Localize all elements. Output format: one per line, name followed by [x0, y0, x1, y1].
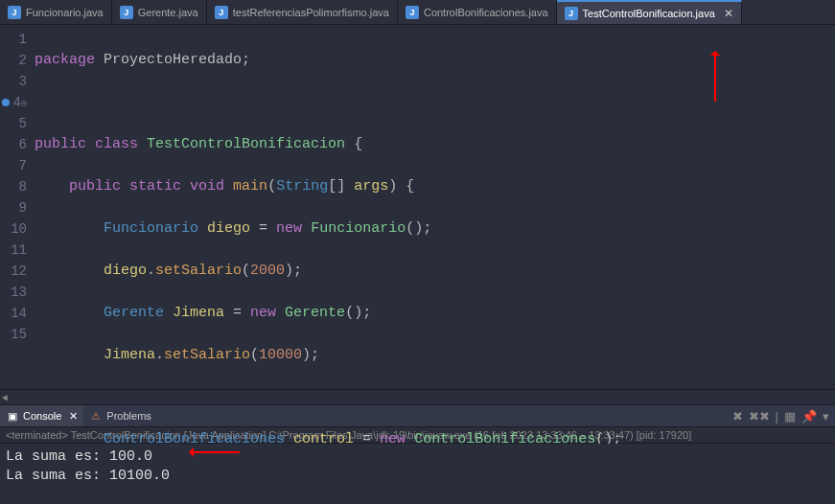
editor-tabs: J Funcionario.java J Gerente.java J test… — [0, 0, 835, 25]
annotation-red-arrow-console — [192, 451, 240, 453]
console-icon: ▣ — [6, 409, 19, 423]
java-file-icon: J — [215, 6, 228, 19]
line-gutter: 1 2 3 4⊖ 5 6 7 8 9 10 11 12 13 14 15 — [0, 25, 35, 389]
java-file-icon: J — [120, 6, 133, 19]
java-file-icon: J — [565, 7, 578, 20]
code-editor[interactable]: 1 2 3 4⊖ 5 6 7 8 9 10 11 12 13 14 15 pac… — [0, 25, 835, 389]
console-line: La suma es: 10100.0 — [6, 467, 829, 486]
breakpoint-marker[interactable] — [2, 99, 10, 106]
tab-testcontrolbonif[interactable]: J TestControlBonificacion.java ✕ — [557, 0, 742, 24]
code-content[interactable]: package ProyectoHeredado; public class T… — [35, 25, 835, 389]
tab-gerente[interactable]: J Gerente.java — [112, 0, 207, 24]
tab-controlbonif[interactable]: J ControlBonificaciones.java — [398, 0, 557, 24]
tab-testreferencias[interactable]: J testReferenciasPolimorfismo.java — [207, 0, 398, 24]
tab-label: testReferenciasPolimorfismo.java — [233, 7, 389, 18]
java-file-icon: J — [406, 6, 419, 19]
java-file-icon: J — [8, 6, 21, 19]
console-output[interactable]: La suma es: 100.0 La suma es: 10100.0 — [0, 444, 835, 497]
tab-label: Funcionario.java — [26, 7, 104, 18]
tab-funcionario[interactable]: J Funcionario.java — [0, 0, 112, 24]
scroll-left-icon[interactable]: ◄ — [2, 393, 12, 402]
tab-label: ControlBonificaciones.java — [424, 7, 548, 18]
horizontal-scrollbar[interactable]: ◄ — [0, 389, 835, 404]
console-line: La suma es: 100.0 — [6, 447, 829, 467]
tab-label: TestControlBonificacion.java — [583, 8, 715, 19]
tab-label: Gerente.java — [138, 7, 198, 18]
close-icon[interactable]: ✕ — [724, 7, 733, 20]
